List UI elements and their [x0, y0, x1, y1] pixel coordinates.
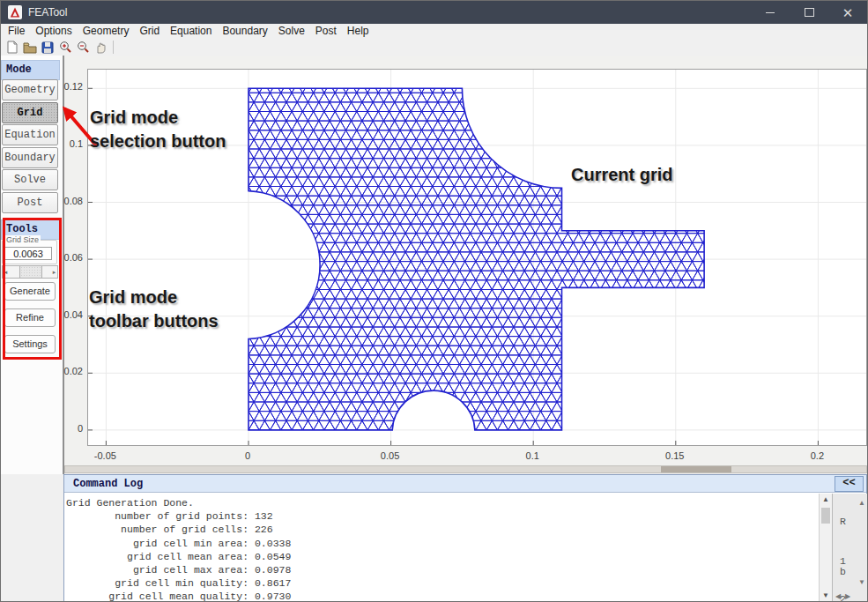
y-tick-label: 0 [53, 423, 83, 434]
sidebar-item-geometry[interactable]: Geometry [2, 79, 58, 100]
log-line: Grid Generation Done. [66, 496, 819, 509]
menu-options[interactable]: Options [30, 24, 77, 39]
y-tick-label: 0.04 [53, 309, 83, 320]
grid-size-label: Grid Size [4, 235, 41, 244]
zoom-in-icon[interactable] [56, 40, 74, 56]
command-log-header: Command Log << [64, 475, 866, 493]
generate-button[interactable]: Generate [4, 282, 56, 301]
menu-geometry[interactable]: Geometry [78, 24, 135, 39]
refine-button[interactable]: Refine [4, 308, 56, 327]
menu-boundary[interactable]: Boundary [217, 24, 272, 39]
log-line: grid cell mean quality: 0.9730 [66, 590, 819, 602]
log-line: grid cell max area: 0.0978 [66, 563, 819, 576]
collapsed-side-panel[interactable]: ▲ ▼ ◀ ▶ R1b2 [832, 494, 867, 601]
horizontal-scrollbar-thumb[interactable] [661, 466, 731, 472]
log-scrollbar-thumb[interactable] [821, 508, 830, 524]
menu-post[interactable]: Post [310, 24, 342, 39]
toolbar-separator [113, 41, 114, 54]
toolbar [1, 39, 868, 56]
sidebar-item-solve[interactable]: Solve [2, 169, 58, 190]
sidebar-item-grid[interactable]: Grid [2, 102, 58, 123]
x-tick-label: -0.05 [94, 450, 116, 461]
log-vertical-scrollbar[interactable]: ▲ ▼ [819, 494, 832, 601]
y-tick-label: 0.12 [53, 81, 83, 92]
scroll-down-icon[interactable]: ▼ [820, 591, 832, 599]
side-panel-item: 2 [840, 593, 846, 602]
side-scroll-down-icon[interactable]: ▼ [858, 578, 865, 586]
sidebar-item-boundary[interactable]: Boundary [2, 147, 58, 168]
new-document-icon[interactable] [4, 40, 21, 56]
maximize-button[interactable] [790, 1, 828, 24]
side-scroll-up-icon[interactable]: ▲ [858, 499, 865, 507]
settings-button[interactable]: Settings [4, 335, 56, 353]
pan-icon[interactable] [92, 40, 109, 56]
menu-bar: FileOptionsGeometryGridEquationBoundaryS… [1, 24, 868, 39]
y-tick-label: 0.1 [53, 138, 83, 149]
side-panel-item: b [840, 566, 846, 577]
featool-window: FEATool ✕ FileOptionsGeometryGridEquatio… [0, 0, 868, 602]
command-log-panel: Command Log << Grid Generation Done. num… [63, 474, 867, 602]
slider-thumb[interactable] [19, 266, 42, 278]
maximize-icon [805, 8, 814, 17]
y-tick-label: 0.08 [53, 196, 83, 206]
side-panel-item: R [840, 516, 846, 527]
x-tick-label: 0.15 [665, 450, 684, 461]
command-log-title: Command Log [73, 478, 143, 490]
x-tick-label: 0 [245, 450, 250, 461]
log-line: number of grid points: 132 [66, 509, 819, 523]
grid-size-slider[interactable]: ◂ ▸ [2, 265, 58, 279]
sidebar-item-post[interactable]: Post [2, 192, 58, 213]
log-line: grid cell min quality: 0.8617 [66, 576, 819, 590]
close-icon: ✕ [842, 6, 854, 19]
collapse-panel-button[interactable]: << [835, 476, 864, 492]
y-tick-label: 0.02 [53, 366, 83, 376]
x-tick-label: 0.05 [381, 450, 399, 461]
menu-file[interactable]: File [3, 24, 30, 39]
menu-help[interactable]: Help [342, 24, 375, 39]
log-line: number of grid cells: 226 [66, 523, 819, 536]
x-tick-label: 0.1 [526, 450, 539, 461]
log-line: grid cell min area: 0.0338 [66, 537, 819, 550]
slider-left-arrow-icon[interactable]: ◂ [3, 266, 9, 278]
plot-region: -0.0500.050.10.150.200.020.040.060.080.1… [64, 56, 867, 465]
command-log-text: Grid Generation Done. number of grid poi… [64, 494, 819, 602]
x-tick-label: 0.2 [811, 450, 824, 461]
minimize-button[interactable] [751, 1, 790, 24]
log-line: grid cell mean area: 0.0549 [66, 550, 819, 563]
open-icon[interactable] [21, 40, 39, 56]
zoom-out-icon[interactable] [74, 40, 92, 56]
grid-size-group: Grid Size [2, 240, 57, 264]
plot-canvas[interactable] [88, 70, 866, 445]
sidebar: Mode GeometryGridEquationBoundarySolvePo… [1, 56, 64, 474]
featool-logo-icon [8, 5, 22, 19]
slider-right-arrow-icon[interactable]: ▸ [51, 266, 57, 278]
menu-grid[interactable]: Grid [134, 24, 165, 39]
menu-solve[interactable]: Solve [273, 24, 310, 39]
save-icon[interactable] [39, 40, 56, 56]
close-button[interactable]: ✕ [828, 1, 867, 24]
mode-panel-header: Mode [1, 60, 60, 80]
menu-equation[interactable]: Equation [165, 24, 217, 39]
scroll-up-icon[interactable]: ▲ [820, 495, 832, 503]
y-tick-label: 0.06 [53, 252, 83, 263]
window-title: FEATool [28, 6, 67, 19]
sidebar-item-equation[interactable]: Equation [2, 124, 58, 145]
grid-size-input[interactable] [4, 247, 52, 260]
horizontal-scrollbar[interactable] [64, 465, 867, 473]
minimize-icon [766, 12, 775, 13]
title-bar: FEATool ✕ [1, 1, 867, 24]
